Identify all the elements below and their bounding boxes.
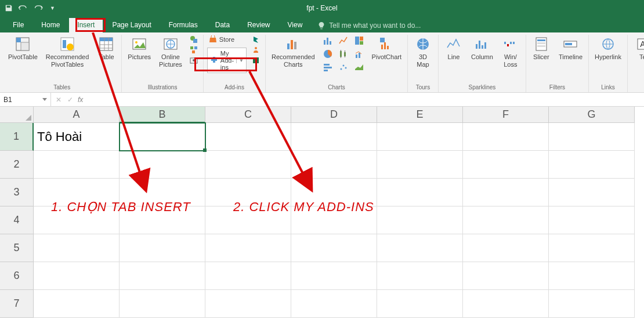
bing-maps-button[interactable] — [250, 35, 262, 44]
column-header[interactable]: D — [291, 107, 377, 123]
tab-file[interactable]: File — [5, 18, 32, 32]
cell[interactable] — [377, 290, 463, 318]
row-header[interactable]: 7 — [0, 290, 34, 318]
recommended-charts-button[interactable]: Recommended Charts — [269, 35, 317, 69]
row-header[interactable]: 5 — [0, 234, 34, 262]
cell[interactable] — [291, 290, 377, 318]
cell[interactable] — [34, 206, 120, 234]
cell[interactable] — [377, 262, 463, 290]
cell[interactable] — [549, 151, 635, 179]
cell[interactable] — [34, 151, 120, 179]
row-header[interactable]: 4 — [0, 206, 34, 234]
cell[interactable] — [463, 123, 549, 151]
cell[interactable] — [291, 123, 377, 151]
table-button[interactable]: Table — [95, 35, 118, 62]
redo-icon[interactable] — [34, 4, 45, 12]
screenshot-button[interactable] — [188, 56, 200, 65]
cell[interactable] — [377, 123, 463, 151]
row-header[interactable]: 3 — [0, 179, 34, 206]
timeline-button[interactable]: Timeline — [556, 35, 585, 62]
cell[interactable] — [205, 123, 291, 151]
column-header[interactable]: F — [463, 107, 549, 123]
formula-input[interactable] — [86, 93, 644, 106]
pivot-chart-button[interactable]: PivotChart — [370, 35, 404, 62]
column-header[interactable]: B — [120, 107, 205, 123]
column-chart-button[interactable] — [321, 35, 335, 46]
tab-view[interactable]: View — [280, 18, 311, 32]
cell[interactable] — [549, 262, 635, 290]
cell[interactable] — [120, 262, 205, 290]
cell[interactable] — [463, 290, 549, 318]
shapes-button[interactable] — [188, 35, 200, 44]
cell[interactable] — [549, 234, 635, 262]
cell[interactable] — [549, 123, 635, 151]
cell[interactable] — [291, 234, 377, 262]
cell[interactable] — [205, 151, 291, 179]
cell[interactable] — [34, 290, 120, 318]
combo-chart-button[interactable] — [352, 48, 366, 60]
my-addins-button[interactable]: My Add-ins ▼ — [207, 48, 247, 73]
column-header[interactable]: C — [205, 107, 291, 123]
people-graph-button[interactable] — [250, 45, 262, 55]
cell[interactable] — [549, 206, 635, 234]
sparkline-winloss-button[interactable]: Win/ Loss — [499, 35, 522, 69]
cell[interactable] — [205, 206, 291, 234]
cell[interactable] — [120, 234, 205, 262]
pivot-table-button[interactable]: PivotTable — [6, 35, 40, 62]
line-chart-button[interactable] — [337, 35, 350, 46]
cell[interactable] — [291, 262, 377, 290]
tab-review[interactable]: Review — [239, 18, 278, 32]
cell[interactable] — [205, 234, 291, 262]
sparkline-column-button[interactable]: Column — [469, 35, 495, 62]
cell[interactable] — [377, 234, 463, 262]
cell[interactable] — [463, 206, 549, 234]
tab-insert[interactable]: Insert — [69, 18, 103, 32]
smartart-button[interactable] — [188, 45, 200, 55]
treemap-button[interactable] — [352, 35, 366, 46]
tell-me-search[interactable]: Tell me what you want to do... — [312, 19, 426, 32]
cell[interactable] — [205, 262, 291, 290]
enter-formula-icon[interactable]: ✓ — [67, 96, 73, 104]
tab-data[interactable]: Data — [207, 18, 238, 32]
cell[interactable] — [120, 151, 205, 179]
cell[interactable] — [377, 206, 463, 234]
store-button[interactable]: Store — [207, 35, 247, 44]
cell[interactable] — [205, 290, 291, 318]
cell[interactable] — [377, 179, 463, 206]
surface-chart-button[interactable] — [352, 61, 366, 73]
cell[interactable] — [34, 179, 120, 206]
cell[interactable] — [549, 290, 635, 318]
fx-icon[interactable]: fx — [78, 96, 83, 104]
cell[interactable] — [291, 206, 377, 234]
cell[interactable] — [377, 151, 463, 179]
cell[interactable] — [120, 290, 205, 318]
cell[interactable] — [34, 234, 120, 262]
tab-formulas[interactable]: Formulas — [161, 18, 206, 32]
hyperlink-button[interactable]: Hyperlink — [592, 35, 624, 62]
cell[interactable] — [463, 179, 549, 206]
row-header[interactable]: 1 — [0, 123, 34, 151]
cell[interactable] — [120, 206, 205, 234]
visio-button[interactable] — [250, 56, 262, 65]
cancel-formula-icon[interactable]: ✕ — [56, 96, 61, 104]
cell-b1[interactable] — [120, 123, 205, 151]
tab-page-layout[interactable]: Page Layout — [104, 18, 159, 32]
slicer-button[interactable]: Slicer — [530, 35, 553, 62]
sparkline-line-button[interactable]: Line — [442, 35, 465, 62]
cell[interactable] — [291, 179, 377, 206]
cell[interactable] — [34, 262, 120, 290]
row-header[interactable]: 2 — [0, 151, 34, 179]
online-pictures-button[interactable]: Online Pictures — [157, 35, 184, 69]
cell[interactable] — [549, 179, 635, 206]
cell[interactable] — [205, 179, 291, 206]
pie-chart-button[interactable] — [321, 48, 335, 60]
tab-home[interactable]: Home — [33, 18, 68, 32]
text-box-button[interactable]: A Te — [631, 35, 644, 62]
column-header[interactable]: A — [34, 107, 120, 123]
bar-chart-button[interactable] — [321, 61, 335, 73]
cell[interactable] — [463, 151, 549, 179]
my-addins-dropdown[interactable]: ▼ — [236, 58, 244, 63]
qat-customize-icon[interactable]: ▼ — [50, 5, 55, 11]
cell[interactable] — [463, 262, 549, 290]
cell-a1[interactable]: Tô Hoài — [34, 123, 120, 151]
